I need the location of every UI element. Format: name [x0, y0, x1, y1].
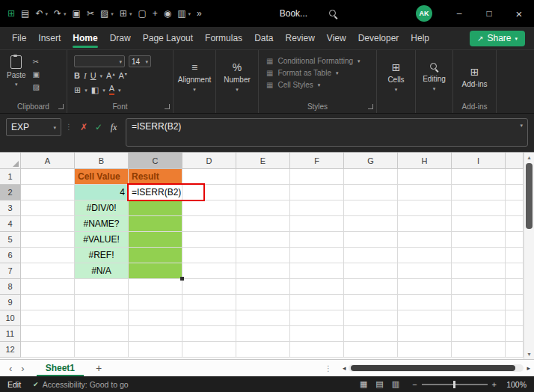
cell-I12[interactable]: [452, 342, 506, 358]
paste-button[interactable]: Paste ▾: [7, 55, 26, 91]
row-header-9[interactable]: 9: [0, 295, 21, 310]
cell-A9[interactable]: [21, 295, 75, 310]
cell-D5[interactable]: [182, 232, 236, 248]
cancel-button[interactable]: ✗: [76, 118, 91, 136]
cell-H12[interactable]: [398, 342, 452, 358]
cell-partial-7[interactable]: [506, 263, 524, 279]
cell-E7[interactable]: [236, 263, 290, 279]
cell-F2[interactable]: [290, 185, 344, 200]
cell-E3[interactable]: [236, 200, 290, 216]
format-painter-button[interactable]: ▨: [33, 84, 40, 91]
row-header-8[interactable]: 8: [0, 279, 21, 295]
close-button[interactable]: ×: [504, 0, 534, 27]
cell-B7[interactable]: #N/A: [75, 263, 129, 279]
cell-C9[interactable]: [129, 295, 182, 310]
cell-H7[interactable]: [398, 263, 452, 279]
cell-E5[interactable]: [236, 232, 290, 248]
cell-H3[interactable]: [398, 200, 452, 216]
column-header-H[interactable]: H: [398, 153, 452, 169]
cell-E11[interactable]: [236, 326, 290, 342]
tab-review[interactable]: Review: [279, 27, 320, 49]
cell-B5[interactable]: #VALUE!: [75, 232, 129, 248]
vscroll-up-arrow[interactable]: ▴: [524, 154, 534, 161]
cell-I2[interactable]: [452, 185, 506, 200]
cut-button[interactable]: ✂: [33, 58, 40, 66]
cell-H11[interactable]: [398, 326, 452, 342]
zoom-out-button[interactable]: −: [412, 380, 417, 389]
cell-H10[interactable]: [398, 310, 452, 326]
save-icon[interactable]: ▤: [21, 9, 29, 18]
cell-B2[interactable]: 4: [75, 185, 129, 200]
hscroll-right-arrow[interactable]: ▸: [527, 364, 530, 372]
row-header-3[interactable]: 3: [0, 200, 21, 216]
cell-B10[interactable]: [75, 310, 129, 326]
borders-button[interactable]: ⊞: [74, 86, 81, 94]
cell-F7[interactable]: [290, 263, 344, 279]
zoom-slider[interactable]: [422, 384, 488, 385]
cell-C1[interactable]: Result: [129, 169, 182, 185]
cell-C5[interactable]: [129, 232, 182, 248]
tab-home[interactable]: Home: [67, 27, 103, 49]
search-icon[interactable]: [328, 9, 338, 19]
cell-F8[interactable]: [290, 279, 344, 295]
sheet-tab-sheet1[interactable]: Sheet1: [37, 360, 84, 376]
tab-help[interactable]: Help: [405, 27, 435, 49]
column-header-D[interactable]: D: [182, 153, 236, 169]
cell-H9[interactable]: [398, 295, 452, 310]
fill-handle[interactable]: [180, 277, 184, 281]
column-header-C[interactable]: C: [129, 153, 182, 169]
copy-icon[interactable]: ▣: [73, 9, 81, 18]
number-button[interactable]: % Number ▾: [216, 50, 258, 104]
row-header-1[interactable]: 1: [0, 169, 21, 185]
cell-E2[interactable]: [236, 185, 290, 200]
cell-F9[interactable]: [290, 295, 344, 310]
cell-A10[interactable]: [21, 310, 75, 326]
cell-partial-9[interactable]: [506, 295, 524, 310]
cell-F4[interactable]: [290, 216, 344, 232]
styles-item-cell-styles[interactable]: ▦Cell Styles▾: [266, 81, 376, 89]
cell-G4[interactable]: [344, 216, 398, 232]
cell-D4[interactable]: [182, 216, 236, 232]
row-header-7[interactable]: 7: [0, 263, 21, 279]
cell-E8[interactable]: [236, 279, 290, 295]
cell-A2[interactable]: [21, 185, 75, 200]
undo-icon[interactable]: ↶: [35, 9, 43, 18]
cell-B6[interactable]: #REF!: [75, 248, 129, 263]
cut-icon[interactable]: ✂: [87, 9, 94, 18]
column-header-E[interactable]: E: [236, 153, 290, 169]
row-header-12[interactable]: 12: [0, 342, 21, 358]
tab-insert[interactable]: Insert: [32, 27, 67, 49]
zoom-in-button[interactable]: +: [492, 380, 497, 389]
overflow-icon[interactable]: »: [197, 9, 202, 18]
cell-E4[interactable]: [236, 216, 290, 232]
cell-I1[interactable]: [452, 169, 506, 185]
tab-draw[interactable]: Draw: [104, 27, 137, 49]
cell-F12[interactable]: [290, 342, 344, 358]
row-header-10[interactable]: 10: [0, 310, 21, 326]
cell-C12[interactable]: [129, 342, 182, 358]
new-sheet-button[interactable]: +: [96, 362, 102, 374]
cell-partial-11[interactable]: [506, 326, 524, 342]
cell-F10[interactable]: [290, 310, 344, 326]
cell-D9[interactable]: [182, 295, 236, 310]
cell-F3[interactable]: [290, 200, 344, 216]
cell-E1[interactable]: [236, 169, 290, 185]
tab-developer[interactable]: Developer: [352, 27, 405, 49]
row-header-11[interactable]: 11: [0, 326, 21, 342]
cell-A12[interactable]: [21, 342, 75, 358]
bold-button[interactable]: B: [74, 72, 80, 80]
font-name-select[interactable]: ▾: [74, 55, 125, 67]
share-button[interactable]: ↗ Share ▾: [470, 31, 525, 46]
formula-input[interactable]: =ISERR(B2) ▾: [126, 118, 528, 147]
cell-B1[interactable]: Cell Value: [75, 169, 129, 185]
normal-view-button[interactable]: ▦: [360, 379, 367, 389]
cell-H6[interactable]: [398, 248, 452, 263]
cell-D1[interactable]: [182, 169, 236, 185]
cell-C7[interactable]: [129, 263, 182, 279]
hscroll-left-arrow[interactable]: ◂: [343, 364, 346, 372]
cell-F11[interactable]: [290, 326, 344, 342]
italic-button[interactable]: I: [84, 72, 87, 80]
formula-bar-expand-icon[interactable]: ▾: [520, 123, 523, 128]
cell-G7[interactable]: [344, 263, 398, 279]
cell-A3[interactable]: [21, 200, 75, 216]
